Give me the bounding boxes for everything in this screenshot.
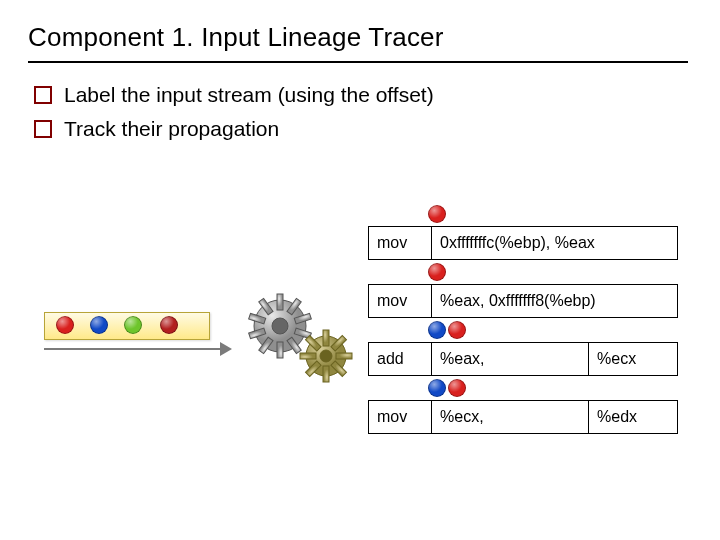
instr-args: %eax, 0xfffffff8(%ebp) <box>432 285 678 318</box>
svg-rect-17 <box>323 366 329 382</box>
bullet-text: Label the input stream (using the offset… <box>64 81 434 109</box>
svg-rect-1 <box>277 294 283 310</box>
instr-balls-row-1 <box>428 204 488 224</box>
flow-arrow-line <box>44 348 220 350</box>
title-rule <box>28 61 688 63</box>
instr-op: mov <box>369 227 432 260</box>
stream-ball-blue-icon <box>90 316 108 334</box>
svg-point-21 <box>320 350 332 362</box>
bullet-text: Track their propagation <box>64 115 279 143</box>
instr-args: 0xfffffffc(%ebp), %eax <box>432 227 678 260</box>
stream-ball-red-icon <box>56 316 74 334</box>
instr-op: add <box>369 343 432 376</box>
svg-rect-15 <box>336 353 352 359</box>
gears-icon: (function(){ function teeth(id, n, r1, r… <box>240 280 360 390</box>
svg-rect-6 <box>277 342 283 358</box>
instruction-table: mov 0xfffffffc(%ebp), %eax mov %eax, 0xf… <box>368 226 678 434</box>
instr-arg1: %ecx, <box>432 401 589 434</box>
bullet-item: Label the input stream (using the offset… <box>34 81 692 109</box>
diagram-stage: (function(){ function teeth(id, n, r1, r… <box>32 280 692 510</box>
instr-arg2: %edx <box>589 401 678 434</box>
flow-arrow-head-icon <box>220 342 232 356</box>
table-row: mov %ecx, %edx <box>369 401 678 434</box>
table-row: add %eax, %ecx <box>369 343 678 376</box>
bullet-list: Label the input stream (using the offset… <box>34 81 692 144</box>
slide-title: Component 1. Input Lineage Tracer <box>28 22 692 53</box>
instr-op: mov <box>369 401 432 434</box>
instr-op: mov <box>369 285 432 318</box>
instr-arg2: %ecx <box>589 343 678 376</box>
lineage-ball-red-icon <box>428 205 446 223</box>
svg-rect-13 <box>323 330 329 346</box>
stream-ball-green-icon <box>124 316 142 334</box>
instr-arg1: %eax, <box>432 343 589 376</box>
svg-rect-19 <box>300 353 316 359</box>
table-row: mov 0xfffffffc(%ebp), %eax <box>369 227 678 260</box>
bullet-marker-icon <box>34 120 52 138</box>
svg-point-11 <box>272 318 288 334</box>
bullet-marker-icon <box>34 86 52 104</box>
stream-ball-dred-icon <box>160 316 178 334</box>
bullet-item: Track their propagation <box>34 115 692 143</box>
table-row: mov %eax, 0xfffffff8(%ebp) <box>369 285 678 318</box>
